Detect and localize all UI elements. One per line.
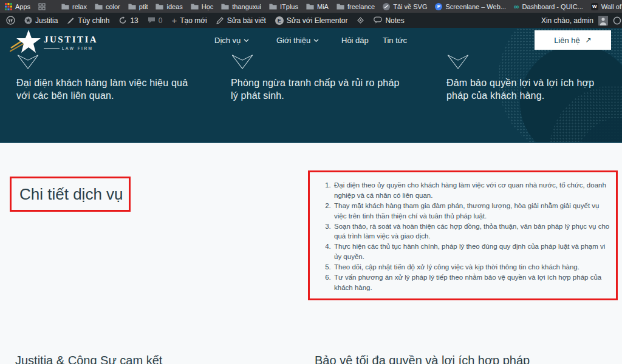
plus-icon: +: [171, 17, 177, 24]
wp-admin-bar: Justitia Tùy chỉnh 13 0 + Tạo mới Sửa bà…: [0, 13, 622, 28]
service-item-6: Tư vấn phương án xử lý pháp lý tiếp theo…: [333, 272, 610, 293]
bookmark-grid-button[interactable]: [38, 3, 46, 10]
nav-label: Giới thiệu: [276, 36, 310, 45]
folder-icon: [95, 3, 103, 10]
comments-menu[interactable]: 0: [148, 16, 163, 25]
nav-gioi-thieu[interactable]: Giới thiệu: [276, 36, 319, 45]
bookmark-folder-relax[interactable]: relax: [61, 3, 87, 10]
bookmark-label: thanguxui: [232, 3, 261, 10]
site-menu-justitia[interactable]: Justitia: [24, 16, 58, 25]
hero-text: Đảm bảo quyền lợi và lợi ích hợp pháp củ…: [446, 76, 610, 102]
bookmark-apps[interactable]: Apps: [5, 3, 30, 10]
bookmark-label: Screenlane – Web...: [445, 3, 505, 10]
folder-icon: [156, 3, 163, 10]
bookmark-dashboard-quic[interactable]: ∞ Dashboard - QUIC...: [514, 3, 583, 10]
bookmark-label: MiA: [317, 3, 329, 10]
greeting-label: Xin chào, admin: [541, 16, 593, 25]
nav-hoi-dap[interactable]: Hỏi đáp: [341, 36, 369, 45]
updates-menu[interactable]: 13: [118, 16, 138, 25]
folder-icon: [269, 3, 277, 10]
bookmark-label: Tải về SVG: [393, 3, 427, 10]
bookmark-folder-itplus[interactable]: ITplus: [269, 3, 298, 10]
bookmark-folder-thanguxui[interactable]: thanguxui: [221, 3, 261, 10]
plugin-diamond-menu[interactable]: [357, 16, 364, 24]
elementor-menu[interactable]: E Sửa với Elementor: [275, 16, 348, 25]
updates-icon: [118, 16, 127, 24]
wp-logo-menu[interactable]: [6, 16, 15, 25]
folder-icon: [221, 3, 229, 10]
contact-button-label: Liên hệ: [554, 36, 580, 45]
bookmark-screenlane[interactable]: P Screenlane – Web...: [435, 3, 505, 10]
chevron-down-icon: [313, 39, 319, 42]
bookmark-label: ptit: [139, 3, 148, 10]
w-badge-favicon: W: [591, 3, 598, 10]
bookmark-folder-mia[interactable]: MiA: [306, 3, 329, 10]
notes-menu[interactable]: Notes: [374, 16, 404, 25]
logo-rule: [44, 48, 60, 49]
bookmark-label: Wall of Portfolios: [601, 3, 622, 10]
customize-menu[interactable]: Tùy chỉnh: [67, 16, 109, 25]
folder-icon: [306, 3, 314, 10]
justitia-star-icon: [10, 29, 41, 56]
elementor-label: Sửa với Elementor: [287, 16, 348, 25]
bookmark-tai-ve-svg[interactable]: Tải về SVG: [383, 3, 427, 10]
double-v-chevron-icon: [231, 53, 254, 70]
logo-subtitle: LAW FIRM: [62, 46, 94, 50]
service-item-3: Soạn thảo, rà soát và hoàn thiện các hợp…: [333, 221, 610, 242]
notes-bubble-icon: [374, 16, 382, 24]
svg-circle-favicon: [383, 3, 390, 10]
grid-icon: [38, 3, 46, 10]
comments-icon: [148, 17, 156, 24]
customize-label: Tùy chỉnh: [78, 16, 109, 25]
elementor-icon: E: [275, 16, 284, 25]
logo-title: JUSTITIA: [44, 35, 98, 45]
site-name-label: Justitia: [35, 16, 58, 25]
service-item-2: Thay mặt khách hàng tham gia đàm phán, t…: [333, 201, 610, 221]
bookmark-label: ITplus: [280, 3, 298, 10]
new-content-menu[interactable]: + Tạo mới: [171, 16, 207, 25]
edit-post-label: Sửa bài viết: [227, 16, 266, 25]
chevron-down-icon: [244, 39, 249, 42]
bookmark-label: color: [106, 3, 120, 10]
site-logo[interactable]: JUSTITIA LAW FIRM: [10, 29, 98, 56]
nav-label: Hỏi đáp: [341, 36, 369, 45]
bookmark-label: relax: [72, 3, 87, 10]
bookmark-wall-of-portfolios[interactable]: W Wall of Portfolios: [591, 3, 622, 10]
nav-dich-vu[interactable]: Dịch vụ: [214, 36, 249, 45]
edit-post-menu[interactable]: Sửa bài viết: [216, 16, 266, 25]
section-heading: Chi tiết dịch vụ: [19, 185, 123, 204]
bookmark-folder-ideas[interactable]: ideas: [156, 3, 182, 10]
annotation-box-heading: Chi tiết dịch vụ: [10, 177, 131, 212]
pencil-icon: [216, 16, 224, 24]
comments-count: 0: [159, 16, 163, 25]
bookmarks-bar: Apps relax color ptit ideas Học thanguxu…: [0, 0, 622, 13]
nav-label: Dịch vụ: [214, 36, 241, 45]
contact-button[interactable]: Liên hệ ↗: [535, 30, 611, 50]
notes-label: Notes: [385, 16, 404, 25]
site-hero-section: JUSTITIA LAW FIRM Dịch vụ Giới thiệu Hỏi…: [0, 28, 622, 143]
bookmark-label: Dashboard - QUIC...: [522, 3, 583, 10]
infinity-favicon: ∞: [514, 4, 519, 10]
folder-icon: [337, 3, 344, 10]
blue-p-favicon: P: [435, 3, 442, 10]
service-item-5: Theo dõi, cập nhật tiến độ xử lý công vi…: [333, 262, 610, 272]
nav-label: Tin tức: [383, 36, 407, 45]
partial-profile-icon[interactable]: [613, 16, 621, 25]
bookmark-folder-color[interactable]: color: [95, 3, 120, 10]
double-v-chevron-icon: [16, 53, 39, 70]
diamond-icon: [357, 16, 364, 24]
new-content-label: Tạo mới: [180, 16, 207, 25]
services-section: Chi tiết dịch vụ Đại diện theo ủy quyền …: [0, 143, 622, 364]
avatar[interactable]: [598, 16, 608, 25]
commitment-heading: Justitia & Cộng Sự cam kết: [15, 354, 162, 364]
bookmark-label: Học: [202, 3, 214, 10]
bookmark-label: ideas: [166, 3, 182, 10]
bookmark-folder-freelance[interactable]: freelance: [337, 3, 375, 10]
bookmark-folder-hoc[interactable]: Học: [191, 3, 214, 10]
updates-count: 13: [130, 16, 138, 25]
bookmark-folder-ptit[interactable]: ptit: [128, 3, 148, 10]
arrow-up-right-icon: ↗: [586, 36, 592, 44]
nav-tin-tuc[interactable]: Tin tức: [383, 36, 407, 45]
service-item-4: Thực hiện các thủ tục hành chính, pháp l…: [333, 241, 610, 262]
hero-text: Đại diện khách hàng làm việc hiệu quả vớ…: [16, 76, 196, 102]
